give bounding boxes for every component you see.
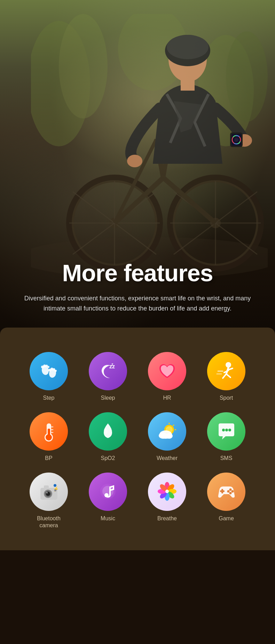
svg-point-105 xyxy=(227,490,229,493)
feature-spo2: SpO2 xyxy=(80,412,136,462)
bluetooth-camera-label: Bluetooth camera xyxy=(37,515,61,530)
bluetooth-camera-icon-bg: ⚡ xyxy=(30,473,68,511)
svg-point-106 xyxy=(229,492,231,495)
hero-title: More features xyxy=(21,259,254,286)
features-grid: Step zz z Sleep xyxy=(21,352,254,529)
svg-point-87 xyxy=(54,484,56,487)
svg-point-45 xyxy=(47,366,49,368)
breathe-icon-bg xyxy=(148,473,186,511)
svg-point-39 xyxy=(234,138,238,142)
hr-label: HR xyxy=(163,394,171,402)
sms-label: SMS xyxy=(220,455,233,462)
weather-icon xyxy=(156,420,179,443)
svg-point-30 xyxy=(167,35,209,59)
feature-step: Step xyxy=(21,352,77,402)
svg-point-104 xyxy=(231,490,234,493)
svg-text:z: z xyxy=(111,362,113,366)
feature-sleep: zz z Sleep xyxy=(80,352,136,402)
feature-bp: BP xyxy=(21,412,77,462)
svg-rect-85 xyxy=(44,485,49,489)
svg-point-63 xyxy=(46,434,52,440)
feature-breathe: Breathe xyxy=(139,473,195,530)
svg-point-1 xyxy=(59,14,108,118)
game-icon xyxy=(215,480,238,503)
bp-label: BP xyxy=(45,455,52,462)
svg-point-75 xyxy=(166,433,173,439)
music-icon xyxy=(97,480,119,503)
sleep-icon-bg: zz z xyxy=(89,352,127,390)
hero-text-block: More features Diversified and convenient… xyxy=(0,259,275,314)
svg-point-77 xyxy=(225,429,228,431)
feature-music: Music xyxy=(80,473,136,530)
hr-icon xyxy=(156,360,179,383)
sleep-icon: zz z xyxy=(97,360,119,383)
svg-line-71 xyxy=(173,425,174,426)
music-label: Music xyxy=(101,515,115,522)
hero-section: More features Diversified and convenient… xyxy=(0,0,275,335)
svg-point-78 xyxy=(228,429,231,431)
weather-label: Weather xyxy=(157,455,178,462)
spo2-icon xyxy=(97,420,119,443)
sport-icon xyxy=(215,360,238,383)
bp-icon xyxy=(38,420,60,443)
svg-point-76 xyxy=(222,429,225,431)
weather-icon-bg xyxy=(148,412,186,451)
cyclist-image xyxy=(31,14,268,286)
sport-icon-bg xyxy=(207,352,245,390)
feature-game: Game xyxy=(198,473,254,530)
step-label: Step xyxy=(43,394,55,402)
feature-weather: Weather xyxy=(139,412,195,462)
svg-point-31 xyxy=(127,155,142,167)
svg-line-56 xyxy=(223,374,226,378)
sms-icon xyxy=(215,420,238,443)
spo2-label: SpO2 xyxy=(101,455,115,462)
bp-icon-bg xyxy=(30,412,68,451)
game-icon-bg xyxy=(207,473,245,511)
step-icon xyxy=(38,360,60,383)
feature-hr: HR xyxy=(139,352,195,402)
svg-rect-33 xyxy=(181,80,195,91)
feature-bluetooth-camera: ⚡ Bluetooth camera xyxy=(21,473,77,530)
svg-point-3 xyxy=(226,31,268,122)
svg-rect-88 xyxy=(54,489,56,491)
step-icon-bg xyxy=(30,352,68,390)
svg-point-84 xyxy=(46,492,48,493)
spo2-icon-bg xyxy=(89,412,127,451)
feature-sport: Sport xyxy=(198,352,254,402)
svg-line-54 xyxy=(228,368,233,370)
features-section: Step zz z Sleep xyxy=(0,335,275,550)
svg-rect-102 xyxy=(220,490,225,492)
game-label: Game xyxy=(219,515,234,522)
svg-point-103 xyxy=(229,489,231,491)
feature-sms: SMS xyxy=(198,412,254,462)
breathe-label: Breathe xyxy=(157,515,177,522)
svg-point-49 xyxy=(55,370,57,372)
breathe-icon xyxy=(156,480,179,503)
bluetooth-camera-icon: ⚡ xyxy=(38,480,60,503)
hero-subtitle: Diversified and convenient functions, ex… xyxy=(21,293,254,314)
svg-point-91 xyxy=(104,493,109,497)
sms-icon-bg xyxy=(207,412,245,451)
sport-label: Sport xyxy=(220,394,233,402)
sleep-label: Sleep xyxy=(101,394,115,402)
music-icon-bg xyxy=(89,473,127,511)
svg-line-57 xyxy=(226,374,230,377)
svg-point-100 xyxy=(165,490,169,493)
hr-icon-bg xyxy=(148,352,186,390)
